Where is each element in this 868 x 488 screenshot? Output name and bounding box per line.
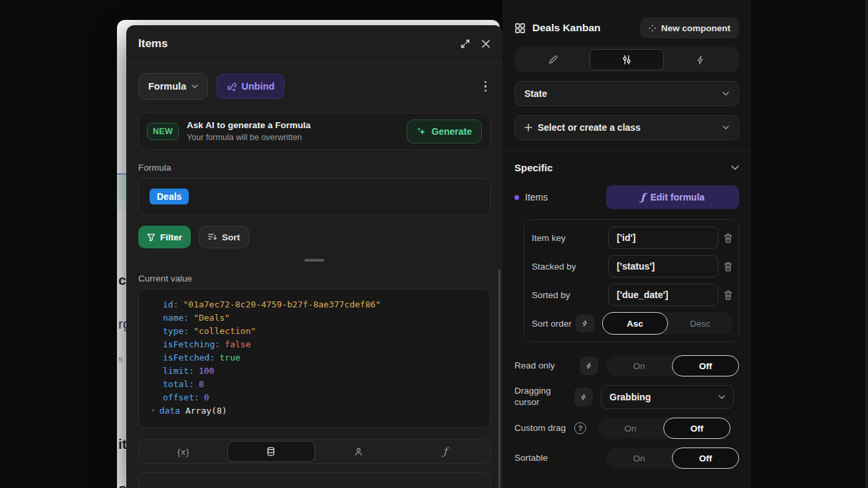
- stacked-by-input[interactable]: ['status']: [608, 255, 718, 278]
- trash-icon[interactable]: [724, 262, 732, 272]
- tab-collections[interactable]: [227, 441, 316, 462]
- state-select[interactable]: State: [514, 81, 739, 106]
- class-select[interactable]: Select or create a class: [514, 115, 739, 140]
- tab-settings[interactable]: [590, 49, 664, 70]
- filter-button[interactable]: Filter: [138, 226, 191, 248]
- read-only-off[interactable]: Off: [672, 355, 739, 376]
- items-settings-card: Item key ['id'] Stacked by ['status'] So…: [524, 219, 739, 342]
- bound-indicator-dot: [514, 195, 519, 200]
- sort-order-row: Sort order Asc Desc: [532, 312, 732, 335]
- panel-mode-tabbar: [514, 47, 739, 72]
- specific-section-header[interactable]: Specific: [514, 151, 739, 183]
- new-badge: NEW: [147, 123, 179, 140]
- chevron-down-icon: [722, 125, 729, 129]
- variables-icon: {x}: [177, 447, 190, 457]
- canvas-text-fragment: it: [118, 436, 127, 452]
- dragging-cursor-row: Dragging cursor Grabbing: [514, 385, 739, 409]
- chevron-down-icon: [722, 92, 729, 96]
- read-only-toggle: On Off: [606, 355, 739, 376]
- items-binding-modal: Items Formula Unbind: [126, 25, 502, 488]
- chevron-down-icon: [718, 395, 725, 399]
- custom-drag-toggle: On Off: [597, 418, 730, 439]
- unlink-icon: [227, 82, 237, 92]
- tab-interactions[interactable]: [664, 49, 737, 70]
- pencil-icon: [548, 54, 558, 65]
- json-row: isFetchedtrue: [148, 351, 481, 365]
- window-edge: [865, 0, 868, 488]
- close-icon[interactable]: [481, 39, 490, 48]
- trash-icon[interactable]: [724, 233, 732, 243]
- binding-type-select[interactable]: Formula: [138, 73, 208, 100]
- new-component-button[interactable]: New component: [640, 17, 739, 39]
- generate-button[interactable]: Generate: [407, 120, 482, 143]
- sort-icon: [208, 233, 217, 241]
- read-only-row: Read only On Off: [514, 355, 739, 376]
- tab-design[interactable]: [516, 49, 590, 70]
- ai-banner-title: Ask AI to generate a Formula: [187, 120, 310, 131]
- stacked-by-row: Stacked by ['status']: [532, 255, 732, 278]
- chevron-down-icon: [191, 84, 198, 88]
- canvas-text-fragment: o: [118, 481, 127, 488]
- expand-icon[interactable]: [460, 39, 471, 49]
- sort-asc-option[interactable]: Asc: [602, 312, 668, 335]
- bind-icon[interactable]: [574, 388, 593, 406]
- current-value-label: Current value: [138, 274, 490, 284]
- trash-icon[interactable]: [724, 290, 732, 300]
- ask-ai-banner: NEW Ask AI to generate a Formula Your fo…: [138, 113, 490, 150]
- json-row-expandable[interactable]: ›dataArray(8): [148, 404, 481, 418]
- custom-drag-off[interactable]: Off: [663, 418, 730, 439]
- tab-user[interactable]: [315, 441, 402, 462]
- custom-drag-row: Custom drag ? On Off: [514, 418, 739, 439]
- chevron-down-icon: [731, 165, 739, 170]
- plus-icon: [524, 123, 532, 131]
- bind-icon[interactable]: [580, 357, 598, 375]
- json-row: id"01a7ec72-8c20-4759-b27f-8ae377cdef86": [148, 298, 481, 311]
- component-grid-icon: [514, 23, 526, 34]
- json-row: type"collection": [148, 325, 481, 338]
- resize-drag-handle[interactable]: [304, 259, 324, 262]
- items-prop-label: Items: [525, 192, 548, 203]
- json-row: limit100: [148, 365, 481, 378]
- json-row: total8: [148, 378, 481, 391]
- dragging-cursor-select[interactable]: Grabbing: [601, 385, 734, 409]
- funnel-icon: [147, 233, 156, 242]
- ai-banner-subtitle: Your formula will be overwritten: [187, 133, 310, 143]
- sorted-by-input[interactable]: ['due_date']: [608, 284, 718, 306]
- sortable-toggle: On Off: [606, 447, 739, 469]
- help-icon[interactable]: ?: [574, 422, 586, 434]
- lightning-icon: [696, 55, 706, 65]
- custom-drag-on[interactable]: On: [597, 418, 663, 439]
- binding-source-tabbar: {x} ƒ: [138, 439, 490, 464]
- component-title: Deals Kanban: [532, 22, 601, 34]
- json-row: isFetchingfalse: [148, 338, 481, 351]
- formula-token-deals[interactable]: Deals: [150, 189, 189, 204]
- sortable-on[interactable]: On: [606, 447, 672, 469]
- sort-button[interactable]: Sort: [199, 226, 249, 248]
- tab-variables[interactable]: {x}: [140, 441, 227, 462]
- sortable-off[interactable]: Off: [672, 447, 739, 469]
- sparkle-dots-icon: [649, 25, 656, 32]
- sort-order-segmented: Asc Desc: [602, 312, 732, 335]
- bind-icon[interactable]: [576, 314, 594, 333]
- formula-input[interactable]: Deals: [138, 178, 490, 215]
- more-options-icon[interactable]: [481, 78, 491, 95]
- canvas-text-fragment: s: [118, 354, 123, 364]
- modal-header: Items: [126, 25, 502, 63]
- database-icon: [266, 446, 276, 457]
- collapsed-panel[interactable]: [138, 472, 490, 488]
- edit-formula-button[interactable]: ƒ Edit formula: [606, 185, 739, 209]
- person-icon: [354, 447, 364, 457]
- modal-scrollbar[interactable]: [498, 269, 500, 488]
- unbind-button[interactable]: Unbind: [217, 74, 284, 99]
- item-key-row: Item key ['id']: [532, 226, 732, 249]
- sort-desc-option[interactable]: Desc: [668, 312, 732, 335]
- sorted-by-row: Sorted by ['due_date']: [532, 284, 732, 306]
- current-value-json-viewer: id"01a7ec72-8c20-4759-b27f-8ae377cdef86"…: [138, 289, 490, 428]
- chevron-right-icon: ›: [151, 404, 156, 417]
- function-icon: ƒ: [443, 446, 447, 457]
- item-key-input[interactable]: ['id']: [608, 226, 718, 249]
- tab-formulas[interactable]: ƒ: [402, 441, 489, 462]
- function-icon: ƒ: [641, 191, 645, 203]
- sparkle-icon: [417, 127, 427, 137]
- read-only-on[interactable]: On: [606, 355, 672, 376]
